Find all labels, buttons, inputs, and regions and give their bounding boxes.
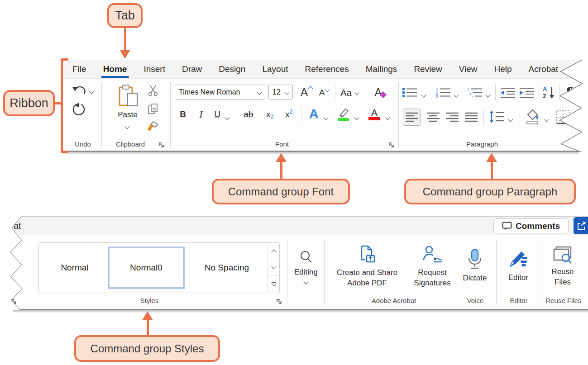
subscript-button[interactable]: x2 bbox=[263, 108, 276, 121]
change-case-button[interactable]: Aa bbox=[339, 86, 359, 100]
editor-group-label: Editor bbox=[501, 297, 537, 304]
clear-formatting-button[interactable]: A bbox=[372, 85, 388, 100]
reuse-files-group-label: Reuse Files bbox=[543, 297, 584, 304]
borders-icon bbox=[556, 110, 570, 124]
group-divider bbox=[452, 239, 452, 304]
tab-mailings[interactable]: Mailings bbox=[366, 64, 397, 74]
tab-acrobat[interactable]: Acrobat bbox=[529, 64, 558, 74]
highlight-color-button[interactable] bbox=[335, 106, 351, 122]
highlight-dropdown-chevron[interactable] bbox=[355, 113, 359, 121]
text-effects-dropdown-chevron[interactable] bbox=[324, 113, 328, 121]
paste-button[interactable] bbox=[116, 84, 139, 108]
align-center-button[interactable] bbox=[425, 110, 441, 124]
voice-group-label: Voice bbox=[457, 297, 493, 304]
button-divider bbox=[365, 84, 365, 100]
tab-file[interactable]: File bbox=[72, 64, 86, 74]
styles-scroll-down-button[interactable] bbox=[268, 259, 279, 275]
justify-button[interactable] bbox=[464, 110, 479, 124]
shading-button[interactable] bbox=[524, 109, 542, 126]
clipboard-dialog-launcher[interactable] bbox=[158, 142, 164, 147]
tab-insert[interactable]: Insert bbox=[143, 64, 165, 74]
align-left-button[interactable] bbox=[403, 109, 421, 126]
style-normal0-selected[interactable]: Normal0 bbox=[108, 246, 185, 289]
scissors-icon bbox=[148, 85, 158, 96]
line-spacing-dropdown-chevron[interactable] bbox=[509, 115, 512, 123]
undo-button[interactable] bbox=[71, 83, 88, 98]
grow-font-button[interactable]: A bbox=[299, 85, 314, 100]
share-button[interactable] bbox=[574, 217, 588, 234]
shrink-font-button[interactable]: A bbox=[317, 86, 331, 100]
create-share-pdf-button[interactable]: Create and Share Adobe PDF bbox=[329, 240, 406, 293]
text-effects-button[interactable]: A bbox=[306, 106, 321, 122]
reuse-files-button[interactable]: Reuse Files bbox=[542, 240, 583, 293]
tab-references[interactable]: References bbox=[305, 64, 349, 74]
tab-layout[interactable]: Layout bbox=[262, 64, 288, 74]
underline-dropdown-chevron[interactable] bbox=[225, 113, 229, 121]
group-divider bbox=[170, 82, 171, 147]
show-formatting-marks-button[interactable]: ¶ bbox=[563, 84, 577, 100]
line-spacing-icon bbox=[489, 110, 505, 123]
multilevel-list-button[interactable]: 1 a i bbox=[466, 86, 483, 99]
increase-indent-button[interactable] bbox=[519, 86, 535, 99]
editor-button[interactable]: Editor bbox=[500, 239, 537, 292]
cutoff-dialog-launcher[interactable] bbox=[11, 298, 17, 304]
ribbon-tab-bar: File Home Insert Draw Design Layout Refe… bbox=[62, 60, 588, 79]
decrease-indent-button[interactable] bbox=[500, 86, 516, 99]
search-icon bbox=[299, 250, 313, 264]
bullets-dropdown-chevron[interactable] bbox=[422, 90, 425, 99]
borders-button[interactable] bbox=[555, 109, 571, 125]
paste-label[interactable]: Paste bbox=[115, 110, 140, 119]
font-color-dropdown-chevron[interactable] bbox=[386, 113, 389, 121]
tab-design[interactable]: Design bbox=[219, 64, 245, 74]
shading-dropdown-chevron[interactable] bbox=[545, 115, 549, 123]
tab-draw[interactable]: Draw bbox=[182, 64, 202, 74]
editing-dropdown-chevron bbox=[303, 279, 308, 284]
tab-home[interactable]: Home bbox=[103, 64, 127, 74]
styles-gallery-more-button[interactable] bbox=[268, 275, 279, 292]
cut-button[interactable] bbox=[147, 84, 159, 97]
chevron-down-icon bbox=[284, 90, 289, 95]
editing-group-button[interactable]: Editing bbox=[290, 240, 322, 293]
font-dialog-launcher[interactable] bbox=[388, 142, 394, 147]
font-size-value: 12 bbox=[272, 88, 281, 96]
style-no-spacing[interactable]: No Spacing bbox=[188, 246, 265, 290]
chevron-down-icon bbox=[257, 90, 262, 95]
font-color-button[interactable]: A bbox=[367, 106, 382, 122]
multilevel-dropdown-chevron[interactable] bbox=[486, 90, 490, 99]
bold-button[interactable]: B bbox=[177, 108, 189, 121]
styles-dialog-launcher[interactable] bbox=[276, 298, 282, 304]
comments-button[interactable]: Comments bbox=[493, 218, 569, 233]
superscript-button[interactable]: x2 bbox=[282, 108, 295, 121]
tab-help[interactable]: Help bbox=[494, 64, 512, 74]
paste-dropdown-chevron[interactable] bbox=[125, 122, 129, 130]
svg-text:i: i bbox=[472, 95, 473, 98]
numbered-list-icon: 1 2 3 bbox=[435, 86, 451, 98]
strikethrough-button[interactable]: ab bbox=[242, 108, 255, 121]
multilevel-list-icon: 1 a i bbox=[467, 86, 483, 98]
paint-bucket-icon bbox=[525, 109, 542, 125]
sort-button[interactable]: A Z bbox=[541, 85, 557, 100]
style-normal[interactable]: Normal bbox=[42, 246, 108, 290]
copy-button[interactable] bbox=[147, 103, 159, 116]
styles-scroll-up-button[interactable] bbox=[268, 243, 279, 259]
font-name-combobox[interactable]: Times New Roman bbox=[175, 85, 265, 100]
chevron-down-icon bbox=[354, 90, 359, 95]
format-painter-button[interactable] bbox=[147, 120, 159, 133]
numbering-dropdown-chevron[interactable] bbox=[454, 90, 458, 99]
tab-review[interactable]: Review bbox=[414, 64, 442, 74]
undo-dropdown-chevron[interactable] bbox=[90, 87, 93, 95]
group-divider bbox=[324, 239, 325, 304]
tab-view[interactable]: View bbox=[459, 64, 478, 74]
request-signatures-button[interactable]: Request Signatures bbox=[407, 240, 457, 293]
ribbon-shadow bbox=[13, 310, 588, 313]
bullets-button[interactable] bbox=[401, 86, 418, 99]
align-right-button[interactable] bbox=[445, 110, 460, 124]
italic-button[interactable]: I bbox=[196, 108, 206, 121]
line-spacing-button[interactable] bbox=[488, 109, 506, 124]
numbering-button[interactable]: 1 2 3 bbox=[435, 86, 452, 99]
signature-person-icon bbox=[422, 245, 442, 264]
redo-button[interactable] bbox=[71, 102, 88, 117]
font-size-combobox[interactable]: 12 bbox=[268, 85, 293, 100]
dictate-button[interactable]: Dictate bbox=[456, 239, 493, 292]
underline-button[interactable]: U bbox=[212, 108, 223, 121]
